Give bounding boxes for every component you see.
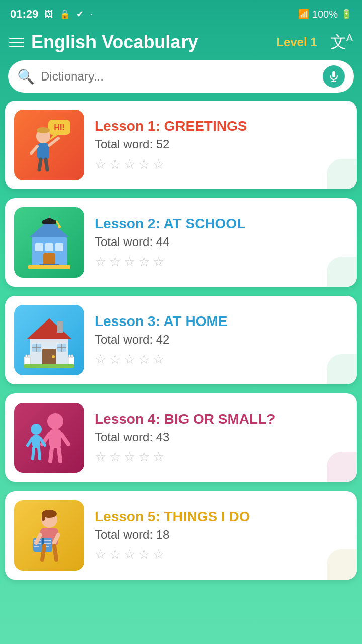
lesson-thumb-5 xyxy=(14,500,84,571)
svg-line-52 xyxy=(28,438,32,445)
svg-line-17 xyxy=(56,221,59,226)
star-3: ☆ xyxy=(124,156,135,172)
svg-rect-41 xyxy=(69,355,70,358)
thingsido-illustration xyxy=(24,508,74,563)
lesson-thumb-4 xyxy=(14,403,84,473)
svg-rect-37 xyxy=(24,357,30,365)
svg-rect-58 xyxy=(42,514,45,521)
check-icon: ✔ xyxy=(76,9,84,20)
lesson-words-2: Total word: 44 xyxy=(95,235,347,249)
header: English Vocabulary Level 1 文A xyxy=(0,26,362,60)
lesson-card-1[interactable]: HI! Lesson 1: GREETINGS Total word: 52 xyxy=(5,101,357,189)
search-icon: 🔍 xyxy=(17,68,35,85)
lesson-info-1: Lesson 1: GREETINGS Total word: 52 ☆ ☆ ☆… xyxy=(95,118,347,172)
svg-rect-66 xyxy=(44,543,51,544)
lesson-card-5[interactable]: Lesson 5: THINGS I DO Total word: 18 ☆ ☆… xyxy=(5,491,357,580)
svg-rect-15 xyxy=(42,221,56,224)
svg-line-11 xyxy=(39,159,41,170)
svg-rect-8 xyxy=(37,143,49,159)
lessons-list: HI! Lesson 1: GREETINGS Total word: 52 xyxy=(0,101,362,589)
svg-rect-25 xyxy=(28,265,70,269)
app-title: English Vocabulary xyxy=(31,32,269,53)
translate-icon[interactable]: 文A xyxy=(330,31,353,53)
svg-line-71 xyxy=(54,546,56,560)
svg-line-49 xyxy=(59,448,60,461)
lesson-stars-2: ☆ ☆ ☆ ☆ ☆ xyxy=(95,254,347,270)
svg-rect-20 xyxy=(55,243,63,251)
lesson-words-3: Total word: 42 xyxy=(95,333,347,347)
home-illustration xyxy=(24,312,74,368)
lesson-card-2[interactable]: Lesson 2: AT SCHOOL Total word: 44 ☆ ☆ ☆… xyxy=(5,198,357,287)
svg-line-10 xyxy=(31,146,37,153)
lesson-info-2: Lesson 2: AT SCHOOL Total word: 44 ☆ ☆ ☆… xyxy=(95,216,347,270)
svg-line-48 xyxy=(50,448,52,461)
svg-line-70 xyxy=(42,546,44,560)
svg-rect-65 xyxy=(44,540,51,541)
svg-rect-40 xyxy=(68,357,74,365)
search-bar: 🔍 xyxy=(8,60,354,93)
svg-rect-42 xyxy=(71,355,73,358)
svg-line-47 xyxy=(61,434,68,444)
svg-point-30 xyxy=(52,355,55,358)
star-2: ☆ xyxy=(109,156,121,172)
lesson-thumb-2 xyxy=(14,207,84,278)
dot-icon: · xyxy=(90,9,93,20)
svg-line-55 xyxy=(39,448,40,459)
star-5: ☆ xyxy=(153,156,164,172)
bigsmall-illustration xyxy=(24,410,74,465)
svg-point-18 xyxy=(58,225,61,228)
svg-rect-19 xyxy=(35,243,43,251)
lesson-stars-4: ☆ ☆ ☆ ☆ ☆ xyxy=(95,449,347,465)
lesson-words-4: Total word: 43 xyxy=(95,430,347,444)
lesson-title-4: Lesson 4: BIG OR SMALL? xyxy=(95,411,347,427)
battery-icon: 🔋 xyxy=(341,9,352,20)
svg-point-50 xyxy=(31,424,42,435)
status-bar: 01:29 🖼 🔒 ✔ · 📶 100% 🔋 xyxy=(0,0,362,26)
lesson-words-5: Total word: 18 xyxy=(95,528,347,542)
svg-rect-64 xyxy=(34,546,39,547)
photo-icon: 🖼 xyxy=(44,9,53,20)
lesson-card-3[interactable]: Lesson 3: AT HOME Total word: 42 ☆ ☆ ☆ ☆… xyxy=(5,296,357,384)
star-4: ☆ xyxy=(138,156,150,172)
svg-point-7 xyxy=(37,127,50,133)
svg-point-44 xyxy=(47,413,63,429)
svg-marker-27 xyxy=(27,318,71,339)
mic-icon xyxy=(328,70,340,83)
svg-line-12 xyxy=(46,159,47,170)
svg-rect-39 xyxy=(28,355,30,358)
lesson-stars-3: ☆ ☆ ☆ ☆ ☆ xyxy=(95,352,347,367)
menu-button[interactable] xyxy=(9,38,24,47)
svg-rect-28 xyxy=(57,321,63,333)
svg-line-54 xyxy=(33,448,34,459)
lesson-card-4[interactable]: Lesson 4: BIG OR SMALL? Total word: 43 ☆… xyxy=(5,393,357,482)
svg-rect-51 xyxy=(32,435,40,448)
battery-text: 100% xyxy=(312,9,338,20)
school-illustration xyxy=(24,215,74,270)
svg-text:HI!: HI! xyxy=(54,123,64,132)
lesson-stars-5: ☆ ☆ ☆ ☆ ☆ xyxy=(95,547,347,562)
lesson-title-1: Lesson 1: GREETINGS xyxy=(95,118,347,134)
level-badge[interactable]: Level 1 xyxy=(276,35,317,49)
lesson-thumb-3 xyxy=(14,305,84,375)
greetings-illustration: HI! xyxy=(24,117,74,173)
lesson-words-1: Total word: 52 xyxy=(95,137,347,151)
lesson-title-5: Lesson 5: THINGS I DO xyxy=(95,509,347,525)
lesson-thumb-1: HI! xyxy=(14,110,84,180)
mic-button[interactable] xyxy=(323,65,345,88)
lesson-stars-1: ☆ ☆ ☆ ☆ ☆ xyxy=(95,156,347,172)
svg-rect-0 xyxy=(332,71,335,77)
svg-marker-16 xyxy=(42,218,56,221)
star-1: ☆ xyxy=(95,156,106,172)
svg-rect-43 xyxy=(24,364,74,368)
svg-rect-45 xyxy=(49,429,61,448)
lesson-title-2: Lesson 2: AT SCHOOL xyxy=(95,216,347,232)
svg-rect-38 xyxy=(26,355,27,358)
usb-icon: 🔒 xyxy=(59,9,70,20)
lesson-info-4: Lesson 4: BIG OR SMALL? Total word: 43 ☆… xyxy=(95,411,347,465)
lesson-info-3: Lesson 3: AT HOME Total word: 42 ☆ ☆ ☆ ☆… xyxy=(95,313,347,367)
lesson-title-3: Lesson 3: AT HOME xyxy=(95,313,347,330)
svg-rect-21 xyxy=(45,243,53,251)
search-input[interactable] xyxy=(41,69,317,84)
lesson-info-5: Lesson 5: THINGS I DO Total word: 18 ☆ ☆… xyxy=(95,509,347,562)
signal-icon: 📶 xyxy=(298,9,309,20)
